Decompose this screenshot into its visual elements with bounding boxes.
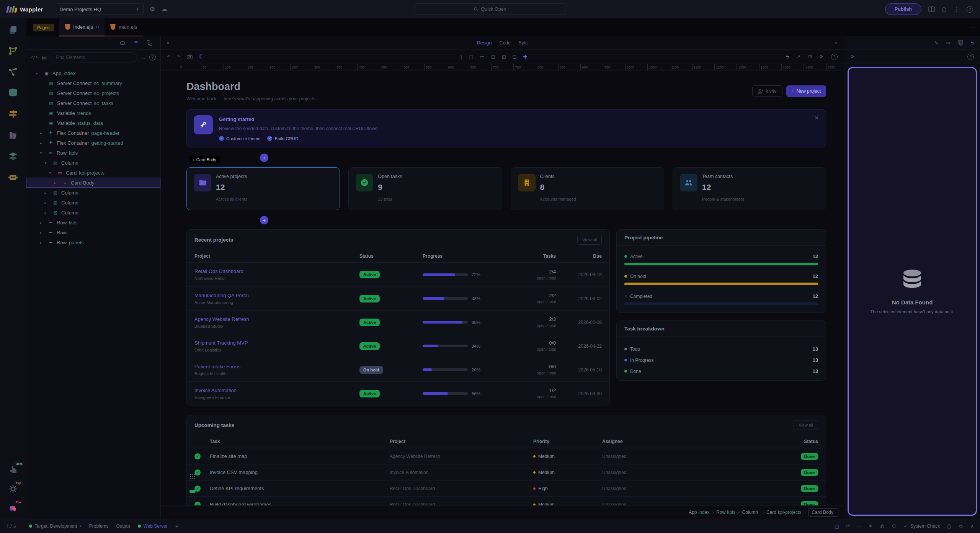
breadcrumb-item[interactable]: Card kpi-projects › — [766, 510, 808, 515]
device-size-icon[interactable]: ▭ — [480, 54, 484, 60]
insert-before-button[interactable]: + — [260, 154, 268, 162]
routes-signpost-icon[interactable] — [8, 109, 18, 119]
target-selector[interactable]: Target: Development ▾ — [29, 523, 82, 529]
tree-item[interactable]: ▸ ▥ Column — [26, 198, 160, 208]
expander-icon[interactable]: ▾ — [38, 151, 44, 155]
pages-button[interactable]: Pages — [33, 24, 54, 31]
tree-item[interactable]: ▾ ▭ Card kpi-projects — [26, 168, 160, 178]
open-in-browser-icon[interactable]: ↗ — [797, 54, 800, 59]
kpi-card[interactable]: Team contacts 12 People & stakeholders — [673, 167, 826, 210]
expander-icon[interactable]: ▸ — [42, 191, 49, 195]
tree-item[interactable]: ▾ ••• Row kpis — [26, 148, 160, 158]
pages-panel-icon[interactable] — [8, 25, 18, 35]
quick-open-button[interactable]: Quick Open — [415, 3, 565, 15]
view-all-button[interactable]: View all — [794, 420, 818, 430]
dynamic-data-bolt-icon[interactable]: ϟ — [971, 40, 974, 46]
project-link[interactable]: Manufacturing QA Portal — [194, 293, 359, 298]
expand-panel-icon[interactable]: » — [835, 40, 838, 46]
view-all-button[interactable]: View all — [577, 235, 602, 245]
expander-icon[interactable]: ▸ — [38, 131, 44, 135]
dark-mode-icon[interactable]: ☾ — [199, 53, 204, 60]
tree-item[interactable]: ▣ Variable status_data — [26, 118, 160, 128]
help-icon[interactable]: ? — [149, 54, 156, 60]
tree-item[interactable]: ▣ Variable trends — [26, 108, 160, 118]
thumbs-up-icon[interactable] — [879, 523, 885, 529]
breadcrumb-item[interactable]: App index › — [689, 510, 716, 515]
help-icon[interactable]: ? — [831, 54, 838, 60]
dom-tree-icon[interactable] — [146, 40, 153, 46]
device-size-icon[interactable]: ⊡ — [513, 54, 517, 60]
output-button[interactable]: Output — [116, 523, 130, 529]
view-mode-tab[interactable]: Code — [499, 40, 511, 46]
screenshot-camera-icon[interactable] — [187, 54, 193, 59]
code-view-icon[interactable]: </> — [31, 55, 38, 60]
edit-icon[interactable]: ✎ — [934, 40, 939, 46]
tree-item[interactable]: ▸ ✚ Flex Container getting-started — [26, 138, 160, 148]
cut-icon[interactable]: ✂ — [946, 40, 951, 46]
tree-item[interactable]: ▸ ▥ Column — [26, 208, 160, 217]
expander-icon[interactable]: ▾ — [33, 71, 40, 75]
cleanup-broom-icon[interactable] — [892, 523, 897, 529]
system-check-button[interactable]: ✓ System Check — [904, 523, 940, 529]
selected-element-chip[interactable]: ‹ Card Body — [189, 156, 220, 163]
ai-assistant-icon[interactable] — [8, 172, 18, 183]
kebab-menu-icon[interactable]: ⋮ — [954, 6, 960, 12]
expander-icon[interactable]: ▸ — [42, 201, 49, 205]
invite-button[interactable]: Invite — [752, 85, 782, 97]
tree-item[interactable]: ▸ ••• Row panels — [26, 237, 160, 247]
device-size-icon[interactable]: ⊟ — [491, 54, 495, 60]
tree-item[interactable]: ▸ ▥ Column — [26, 188, 160, 198]
ai-sparkle-icon[interactable]: ✶ — [869, 523, 872, 529]
undo-icon[interactable]: ↶ — [167, 54, 171, 59]
cloud-sync-icon[interactable]: ☁ — [161, 6, 167, 12]
more-options-icon[interactable]: … — [141, 55, 145, 60]
pro-logo-icon[interactable]: Pro — [8, 503, 18, 513]
view-mode-tab[interactable]: Split — [518, 40, 528, 46]
publish-button[interactable]: Publish — [885, 3, 921, 15]
bug-icon[interactable] — [958, 523, 964, 529]
connections-icon[interactable] — [8, 67, 18, 77]
grid-handle-icon[interactable] — [189, 474, 195, 479]
problems-button[interactable]: Problems — [89, 523, 109, 529]
checklist-item[interactable]: ✓ Build CRUD — [267, 136, 298, 141]
find-elements-input[interactable] — [51, 52, 137, 62]
breadcrumb-item[interactable]: Row kpis › — [716, 510, 742, 515]
tree-item[interactable]: ▾ ▣ App index — [26, 68, 160, 78]
app-flows-icon[interactable]: ϟ — [786, 54, 789, 60]
redo-icon[interactable]: ↷ — [177, 54, 181, 59]
expander-icon[interactable]: ▸ — [38, 240, 44, 245]
extensions-icon[interactable]: Beta — [8, 464, 18, 475]
expander-icon[interactable]: ▸ — [52, 181, 59, 185]
checklist-item[interactable]: ✓ Customize theme — [219, 136, 260, 141]
help-icon[interactable]: ? — [967, 54, 974, 60]
breadcrumb-item[interactable]: Column › — [742, 510, 766, 515]
tree-item[interactable]: ▾ ▥ Column — [26, 158, 160, 168]
view-mode-tab[interactable]: Design — [477, 40, 492, 46]
insert-after-button[interactable]: + — [260, 216, 268, 224]
restart-icon[interactable]: ⟳ — [846, 523, 850, 529]
collapse-up-icon[interactable]: ∧ — [970, 523, 974, 529]
refresh-icon[interactable]: ⟳ — [851, 54, 854, 59]
database-icon[interactable] — [8, 88, 18, 98]
stop-server-icon[interactable]: ▢ — [835, 523, 839, 529]
device-size-icon[interactable]: ▯ — [459, 54, 462, 60]
tree-item[interactable]: ▸ ••• Row lists — [26, 217, 160, 227]
tree-item[interactable]: ▤ Server Connect sc_summary — [26, 78, 160, 88]
help-icon[interactable]: ? — [967, 6, 973, 13]
library-icon[interactable] — [8, 130, 18, 141]
tree-item[interactable]: ▸ ≡ Card Body — [26, 178, 160, 188]
assistant-robot-icon[interactable] — [119, 40, 126, 46]
theme-drop-icon[interactable] — [942, 6, 947, 12]
tab-index-ejs[interactable]: index.ejs — [59, 18, 105, 36]
layout-columns-icon[interactable] — [928, 7, 935, 12]
css-icon[interactable]: 3 — [958, 40, 964, 46]
design-canvas[interactable]: Dashboard Welcome back — here's what's h… — [161, 71, 844, 505]
breadcrumb-item[interactable]: Card Body › — [808, 508, 838, 517]
refresh-icon[interactable]: ⟳ — [820, 54, 823, 59]
layers-icon[interactable] — [8, 151, 18, 162]
expander-icon[interactable]: ▾ — [47, 171, 54, 175]
preview-grid-icon[interactable]: ⊞ — [808, 54, 812, 59]
new-project-button[interactable]: + New project — [786, 85, 826, 97]
fit-canvas-icon[interactable]: ✚ — [523, 54, 527, 60]
ink-drop-icon[interactable] — [947, 523, 951, 529]
